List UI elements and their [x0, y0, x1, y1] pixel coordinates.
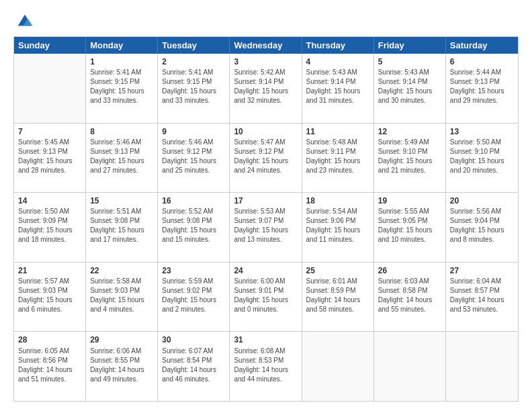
day-cell-20: 20Sunrise: 5:56 AM Sunset: 9:04 PM Dayli…: [446, 193, 518, 262]
day-cell-24: 24Sunrise: 6:00 AM Sunset: 9:01 PM Dayli…: [230, 263, 302, 332]
day-number-1: 1: [90, 56, 153, 67]
day-cell-4: 4Sunrise: 5:43 AM Sunset: 9:14 PM Daylig…: [302, 54, 374, 123]
day-number-21: 21: [18, 265, 81, 276]
day-cell-28: 28Sunrise: 6:05 AM Sunset: 8:56 PM Dayli…: [14, 332, 86, 401]
week-row-3: 14Sunrise: 5:50 AM Sunset: 9:09 PM Dayli…: [14, 193, 518, 263]
cell-info-16: Sunrise: 5:52 AM Sunset: 9:08 PM Dayligh…: [162, 207, 225, 244]
cell-info-17: Sunrise: 5:53 AM Sunset: 9:07 PM Dayligh…: [234, 207, 297, 244]
page: Sunday Monday Tuesday Wednesday Thursday…: [0, 0, 532, 411]
day-cell-30: 30Sunrise: 6:07 AM Sunset: 8:54 PM Dayli…: [158, 332, 230, 401]
cell-info-19: Sunrise: 5:55 AM Sunset: 9:05 PM Dayligh…: [378, 207, 441, 244]
cell-info-12: Sunrise: 5:49 AM Sunset: 9:10 PM Dayligh…: [378, 138, 441, 175]
day-number-5: 5: [378, 56, 441, 67]
day-number-12: 12: [378, 126, 441, 137]
week-row-5: 28Sunrise: 6:05 AM Sunset: 8:56 PM Dayli…: [14, 332, 518, 401]
day-cell-7: 7Sunrise: 5:45 AM Sunset: 9:13 PM Daylig…: [14, 124, 86, 193]
empty-cell-w0-d0: [14, 54, 86, 123]
day-number-15: 15: [90, 195, 153, 206]
cell-info-2: Sunrise: 5:41 AM Sunset: 9:15 PM Dayligh…: [162, 68, 225, 105]
day-number-2: 2: [162, 56, 225, 67]
header-wednesday: Wednesday: [230, 37, 302, 54]
cell-info-28: Sunrise: 6:05 AM Sunset: 8:56 PM Dayligh…: [18, 347, 81, 384]
cell-info-1: Sunrise: 5:41 AM Sunset: 9:15 PM Dayligh…: [90, 68, 153, 105]
day-cell-23: 23Sunrise: 5:59 AM Sunset: 9:02 PM Dayli…: [158, 263, 230, 332]
cell-info-21: Sunrise: 5:57 AM Sunset: 9:03 PM Dayligh…: [18, 277, 81, 314]
day-number-24: 24: [234, 265, 297, 276]
calendar-header: Sunday Monday Tuesday Wednesday Thursday…: [14, 37, 518, 54]
day-number-31: 31: [234, 334, 297, 345]
empty-cell-w4-d6: [446, 332, 518, 401]
day-number-27: 27: [450, 265, 514, 276]
day-number-30: 30: [162, 334, 225, 345]
day-cell-13: 13Sunrise: 5:50 AM Sunset: 9:10 PM Dayli…: [446, 124, 518, 193]
cell-info-23: Sunrise: 5:59 AM Sunset: 9:02 PM Dayligh…: [162, 277, 225, 314]
day-number-28: 28: [18, 334, 81, 345]
day-cell-9: 9Sunrise: 5:46 AM Sunset: 9:12 PM Daylig…: [158, 124, 230, 193]
cell-info-11: Sunrise: 5:48 AM Sunset: 9:11 PM Dayligh…: [306, 138, 369, 175]
day-cell-15: 15Sunrise: 5:51 AM Sunset: 9:08 PM Dayli…: [86, 193, 158, 262]
header-friday: Friday: [374, 37, 446, 54]
cell-info-31: Sunrise: 6:08 AM Sunset: 8:53 PM Dayligh…: [234, 347, 297, 384]
header-thursday: Thursday: [302, 37, 374, 54]
day-cell-16: 16Sunrise: 5:52 AM Sunset: 9:08 PM Dayli…: [158, 193, 230, 262]
cell-info-6: Sunrise: 5:44 AM Sunset: 9:13 PM Dayligh…: [450, 68, 514, 105]
cell-info-9: Sunrise: 5:46 AM Sunset: 9:12 PM Dayligh…: [162, 138, 225, 175]
week-row-1: 1Sunrise: 5:41 AM Sunset: 9:15 PM Daylig…: [14, 54, 518, 124]
day-number-7: 7: [18, 126, 81, 137]
cell-info-14: Sunrise: 5:50 AM Sunset: 9:09 PM Dayligh…: [18, 207, 81, 244]
day-number-18: 18: [306, 195, 369, 206]
cell-info-4: Sunrise: 5:43 AM Sunset: 9:14 PM Dayligh…: [306, 68, 369, 105]
day-cell-8: 8Sunrise: 5:46 AM Sunset: 9:13 PM Daylig…: [86, 124, 158, 193]
cell-info-10: Sunrise: 5:47 AM Sunset: 9:12 PM Dayligh…: [234, 138, 297, 175]
day-number-8: 8: [90, 126, 153, 137]
day-cell-29: 29Sunrise: 6:06 AM Sunset: 8:55 PM Dayli…: [86, 332, 158, 401]
day-cell-26: 26Sunrise: 6:03 AM Sunset: 8:58 PM Dayli…: [374, 263, 446, 332]
day-number-29: 29: [90, 334, 153, 345]
week-row-2: 7Sunrise: 5:45 AM Sunset: 9:13 PM Daylig…: [14, 124, 518, 193]
header-monday: Monday: [86, 37, 158, 54]
day-cell-10: 10Sunrise: 5:47 AM Sunset: 9:12 PM Dayli…: [230, 124, 302, 193]
day-cell-1: 1Sunrise: 5:41 AM Sunset: 9:15 PM Daylig…: [86, 54, 158, 123]
day-number-11: 11: [306, 126, 369, 137]
logo: [13, 12, 34, 31]
day-cell-25: 25Sunrise: 6:01 AM Sunset: 8:59 PM Dayli…: [302, 263, 374, 332]
day-number-20: 20: [450, 195, 514, 206]
day-number-14: 14: [18, 195, 81, 206]
day-cell-11: 11Sunrise: 5:48 AM Sunset: 9:11 PM Dayli…: [302, 124, 374, 193]
day-number-6: 6: [450, 56, 514, 67]
cell-info-18: Sunrise: 5:54 AM Sunset: 9:06 PM Dayligh…: [306, 207, 369, 244]
cell-info-3: Sunrise: 5:42 AM Sunset: 9:14 PM Dayligh…: [234, 68, 297, 105]
cell-info-22: Sunrise: 5:58 AM Sunset: 9:03 PM Dayligh…: [90, 277, 153, 314]
cell-info-24: Sunrise: 6:00 AM Sunset: 9:01 PM Dayligh…: [234, 277, 297, 314]
day-number-3: 3: [234, 56, 297, 67]
cell-info-8: Sunrise: 5:46 AM Sunset: 9:13 PM Dayligh…: [90, 138, 153, 175]
day-number-25: 25: [306, 265, 369, 276]
header-tuesday: Tuesday: [158, 37, 230, 54]
week-row-4: 21Sunrise: 5:57 AM Sunset: 9:03 PM Dayli…: [14, 263, 518, 332]
day-cell-17: 17Sunrise: 5:53 AM Sunset: 9:07 PM Dayli…: [230, 193, 302, 262]
day-number-22: 22: [90, 265, 153, 276]
cell-info-13: Sunrise: 5:50 AM Sunset: 9:10 PM Dayligh…: [450, 138, 514, 175]
cell-info-15: Sunrise: 5:51 AM Sunset: 9:08 PM Dayligh…: [90, 207, 153, 244]
cell-info-20: Sunrise: 5:56 AM Sunset: 9:04 PM Dayligh…: [450, 207, 514, 244]
logo-icon: [15, 12, 34, 31]
day-cell-3: 3Sunrise: 5:42 AM Sunset: 9:14 PM Daylig…: [230, 54, 302, 123]
day-cell-27: 27Sunrise: 6:04 AM Sunset: 8:57 PM Dayli…: [446, 263, 518, 332]
header-saturday: Saturday: [446, 37, 518, 54]
cell-info-5: Sunrise: 5:43 AM Sunset: 9:14 PM Dayligh…: [378, 68, 441, 105]
day-cell-21: 21Sunrise: 5:57 AM Sunset: 9:03 PM Dayli…: [14, 263, 86, 332]
header-sunday: Sunday: [14, 37, 86, 54]
day-cell-5: 5Sunrise: 5:43 AM Sunset: 9:14 PM Daylig…: [374, 54, 446, 123]
day-number-10: 10: [234, 126, 297, 137]
day-cell-22: 22Sunrise: 5:58 AM Sunset: 9:03 PM Dayli…: [86, 263, 158, 332]
calendar: Sunday Monday Tuesday Wednesday Thursday…: [13, 36, 519, 402]
day-number-26: 26: [378, 265, 441, 276]
cell-info-7: Sunrise: 5:45 AM Sunset: 9:13 PM Dayligh…: [18, 138, 81, 175]
cell-info-30: Sunrise: 6:07 AM Sunset: 8:54 PM Dayligh…: [162, 347, 225, 384]
cell-info-25: Sunrise: 6:01 AM Sunset: 8:59 PM Dayligh…: [306, 277, 369, 314]
day-number-23: 23: [162, 265, 225, 276]
day-cell-2: 2Sunrise: 5:41 AM Sunset: 9:15 PM Daylig…: [158, 54, 230, 123]
day-number-9: 9: [162, 126, 225, 137]
header: [13, 12, 519, 31]
day-cell-6: 6Sunrise: 5:44 AM Sunset: 9:13 PM Daylig…: [446, 54, 518, 123]
